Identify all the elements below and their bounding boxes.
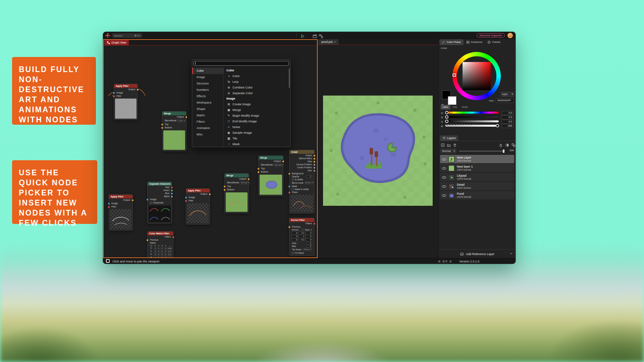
node-separate-channels[interactable]: Separate Channels Red Green Blue Alpha I…: [147, 182, 172, 224]
input-port[interactable]: [288, 186, 290, 187]
node-header[interactable]: Apply Filter: [114, 84, 138, 88]
input-port[interactable]: [147, 199, 148, 200]
matrix-cell[interactable]: 0,2: [167, 253, 172, 256]
search-input[interactable]: Search ⌘+K: [112, 33, 143, 38]
run-graph-play-icon[interactable]: [301, 34, 305, 40]
slider-thumb[interactable]: [503, 149, 504, 153]
kernel-cell[interactable]: 0: [306, 232, 312, 235]
output-port[interactable]: [314, 164, 315, 166]
picker-item-sample-image[interactable]: ◉Sample Image: [224, 130, 290, 135]
node-header[interactable]: Detail: [289, 150, 314, 154]
node-apply-filter-1[interactable]: Apply Filter Output Image Filter: [114, 84, 138, 120]
supporter-badge[interactable]: Awesome Supporter: [477, 33, 505, 38]
input-port[interactable]: [258, 168, 259, 170]
output-port[interactable]: [137, 89, 139, 90]
kernel-cell[interactable]: 0,1: [299, 232, 305, 235]
mask-button[interactable]: [505, 142, 509, 147]
visible-checkbox[interactable]: [292, 179, 294, 181]
layers-panel-header[interactable]: Layers: [440, 135, 458, 141]
input-port[interactable]: [224, 186, 225, 187]
layer-row-lilypad[interactable]: Lilypad100% Normal: [440, 173, 514, 181]
slider-knob[interactable]: [445, 120, 448, 123]
picker-item-end-modify-image[interactable]: □End Modify Image: [224, 118, 290, 124]
add-reference-layer-button[interactable]: Add Reference Layer: [439, 249, 516, 258]
output-port[interactable]: [314, 158, 315, 160]
mask-visible-checkbox[interactable]: [292, 188, 294, 190]
picker-category-misc[interactable]: Misc: [192, 131, 223, 138]
gain-field[interactable]: 1: [307, 242, 312, 245]
merge-layers-button[interactable]: [512, 142, 516, 147]
picker-category-structure[interactable]: Structure: [192, 80, 223, 87]
layer-blendmode-dropdown[interactable]: Normal ▾: [441, 149, 456, 153]
kernel-grow-button[interactable]: +: [302, 228, 304, 231]
picker-item-color[interactable]: ◑Color: [224, 73, 290, 79]
matrix-cell[interactable]: 0: [161, 247, 164, 250]
node-apply-filter-2[interactable]: Apply Filter Output Image Filter: [109, 194, 133, 231]
saturation-value-field[interactable]: 0,0: [501, 115, 514, 119]
node-merge-2[interactable]: Merge Output BlendMode Normal▾ Top Botto…: [224, 173, 249, 213]
output-port[interactable]: [314, 161, 315, 163]
matrix-cell[interactable]: 0,3: [167, 250, 172, 253]
node-header[interactable]: Merge: [162, 112, 186, 115]
color-model-dropdown[interactable]: HSV ▾: [501, 92, 514, 97]
picker-item-begin-modify-image[interactable]: ✎Begin Modify Image: [224, 113, 290, 118]
picker-category-numbers[interactable]: Numbers: [192, 87, 223, 93]
node-color-matrix-filter[interactable]: Color Matrix Filter Filters Previous Mat…: [147, 231, 173, 257]
hue-slider[interactable]: [445, 111, 499, 114]
matrix-cell[interactable]: 0: [154, 250, 157, 253]
picker-item-mask[interactable]: ◔Mask: [224, 141, 290, 147]
visibility-eye-icon[interactable]: [442, 166, 446, 170]
layer-row-detail[interactable]: Detail100% Screen: [440, 182, 514, 190]
blendmode-dropdown[interactable]: Normal▾: [273, 164, 283, 167]
bias-field[interactable]: 0: [307, 245, 312, 248]
add-layer-button[interactable]: [441, 142, 445, 147]
add-folder-button[interactable]: [447, 142, 451, 147]
output-port[interactable]: [314, 155, 315, 157]
input-port[interactable]: [113, 96, 115, 97]
layer-row-new-layer[interactable]: New Layer100% Normal: [440, 155, 514, 163]
input-port[interactable]: [288, 226, 290, 228]
output-port[interactable]: [171, 193, 173, 194]
input-port[interactable]: [185, 197, 187, 198]
output-port[interactable]: [171, 196, 173, 197]
matrix-cell[interactable]: 0: [157, 256, 160, 257]
lock-alpha-button[interactable]: [499, 142, 503, 147]
visibility-eye-icon[interactable]: [442, 193, 446, 197]
hex-input[interactable]: #000000FF: [496, 98, 514, 103]
hue-color-wheel[interactable]: [452, 52, 501, 100]
output-port[interactable]: [171, 190, 173, 191]
node-merge-1[interactable]: Merge Output BlendMode Color▾ Top Bottom: [162, 111, 186, 151]
value-value-field[interactable]: 0,0: [501, 120, 514, 124]
input-port[interactable]: [185, 200, 187, 202]
picker-category-workspace[interactable]: Workspace: [192, 100, 223, 106]
input-port[interactable]: [147, 239, 148, 241]
mode-button-hsl[interactable]: HSL: [451, 105, 460, 109]
output-port[interactable]: [132, 199, 133, 201]
on-alpha-checkbox[interactable]: [292, 252, 294, 254]
picker-category-filters[interactable]: Filters: [192, 119, 223, 125]
grayscale-checkbox[interactable]: [150, 202, 152, 204]
kernel-cell[interactable]: 0: [291, 238, 298, 241]
visibility-eye-icon[interactable]: [442, 157, 446, 161]
tilemode-dropdown[interactable]: Clamp▾: [303, 248, 312, 251]
kernel-cell[interactable]: 1: [299, 235, 305, 238]
picker-item-combine-color[interactable]: ⊕Combine Color: [224, 84, 290, 90]
matrix-cell[interactable]: 0: [161, 250, 164, 253]
node-header[interactable]: Merge: [259, 156, 283, 160]
picker-item-merge[interactable]: ▣Merge: [224, 107, 290, 113]
document-tab-pond[interactable]: pond.pixi •: [318, 39, 338, 45]
matrix-cell[interactable]: 0: [164, 247, 167, 250]
output-port[interactable]: [248, 178, 250, 180]
secondary-color-swatch[interactable]: [448, 96, 457, 105]
output-port[interactable]: [314, 223, 315, 225]
mode-button-rgb[interactable]: RGB: [460, 105, 469, 109]
blendmode-dropdown[interactable]: Normal▾: [239, 181, 250, 184]
input-port[interactable]: [288, 173, 290, 175]
opacity-field[interactable]: 1: [307, 175, 312, 178]
kernel-cell[interactable]: 0: [306, 235, 312, 238]
saturation-value-square[interactable]: [463, 62, 491, 90]
node-kernel-filter[interactable]: Kernel Filter Filters Previous Kernel - …: [289, 218, 315, 256]
tab-palette[interactable]: Palette: [485, 40, 502, 45]
tab-color-picker[interactable]: Color Picker: [440, 40, 463, 45]
input-port[interactable]: [108, 206, 110, 208]
